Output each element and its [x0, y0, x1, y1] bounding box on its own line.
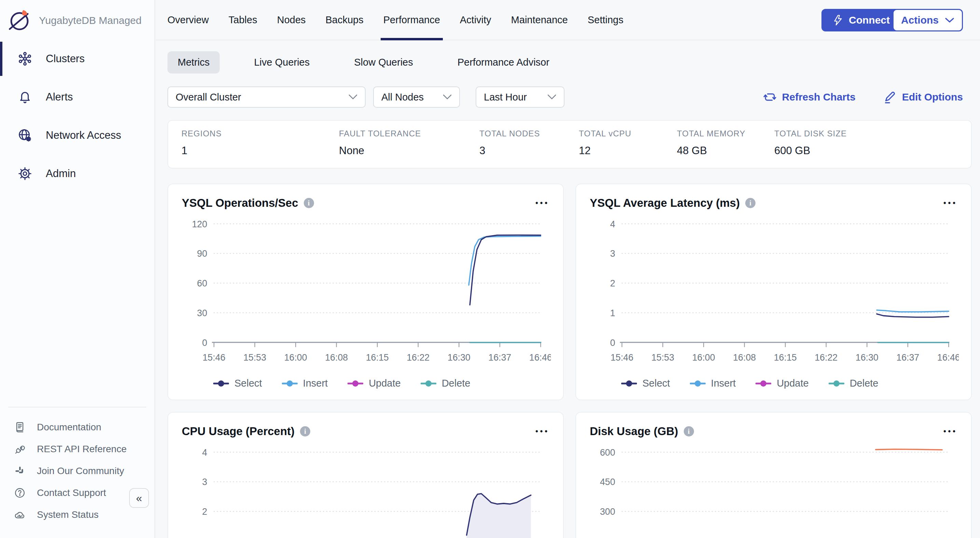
sidebar-item-documentation[interactable]: Documentation [0, 416, 154, 438]
svg-text:2: 2 [202, 506, 207, 517]
chevron-down-icon [547, 94, 556, 100]
chevron-down-icon [348, 94, 358, 100]
subtab-performance-advisor[interactable]: Performance Advisor [447, 51, 560, 73]
tab-activity[interactable]: Activity [460, 0, 492, 40]
subtab-slow-queries[interactable]: Slow Queries [344, 51, 423, 73]
legend-item-update[interactable]: Update [347, 378, 401, 389]
svg-text:15:53: 15:53 [243, 352, 266, 363]
svg-text:60: 60 [197, 278, 207, 288]
plug-icon [14, 443, 26, 455]
stat-total-vcpu: TOTAL vCPU 12 [579, 129, 677, 168]
subtab-metrics[interactable]: Metrics [167, 51, 220, 73]
legend-label: Update [369, 378, 401, 389]
stat-label: REGIONS [181, 129, 339, 138]
svg-text:15:46: 15:46 [611, 352, 633, 363]
sidebar-item-label: Admin [46, 167, 76, 180]
tab-performance[interactable]: Performance [383, 0, 440, 40]
sidebar-collapse-button[interactable]: « [129, 488, 149, 508]
edit-options-link[interactable]: Edit Options [883, 90, 963, 104]
svg-text:4: 4 [202, 447, 207, 458]
svg-text:15:46: 15:46 [203, 352, 226, 363]
tab-nodes[interactable]: Nodes [277, 0, 306, 40]
legend-item-delete[interactable]: Delete [829, 378, 878, 389]
legend-item-insert[interactable]: Insert [690, 378, 736, 389]
legend-item-delete[interactable]: Delete [421, 378, 471, 389]
cluster-scope-select[interactable]: Overall Cluster [167, 86, 366, 108]
sidebar-item-network-access[interactable]: Network Access [0, 118, 154, 153]
legend-label: Insert [711, 378, 736, 389]
info-icon[interactable]: i [300, 426, 310, 436]
legend-item-select[interactable]: Select [621, 378, 670, 389]
nodes-value: All Nodes [381, 92, 424, 103]
svg-text:30: 30 [197, 308, 207, 318]
edit-options-label: Edit Options [902, 91, 963, 103]
help-icon [14, 487, 26, 499]
slack-icon [14, 465, 26, 477]
info-icon[interactable]: i [745, 198, 756, 208]
sidebar-item-label: Alerts [46, 91, 73, 103]
nodes-select[interactable]: All Nodes [373, 86, 460, 108]
actions-label: Actions [901, 14, 939, 26]
legend-label: Delete [442, 378, 471, 389]
chevron-down-icon [945, 17, 955, 23]
time-range-value: Last Hour [484, 92, 527, 103]
sidebar-item-clusters[interactable]: Clusters [0, 42, 154, 76]
info-icon[interactable]: i [684, 426, 694, 436]
svg-text:0: 0 [202, 338, 207, 348]
chart-menu-button[interactable]: ••• [535, 427, 549, 436]
stat-label: TOTAL vCPU [579, 129, 677, 138]
svg-text:16:46: 16:46 [529, 352, 551, 363]
svg-text:0: 0 [610, 338, 615, 348]
chart-menu-button[interactable]: ••• [535, 199, 549, 207]
tab-settings[interactable]: Settings [588, 0, 624, 40]
tab-tables[interactable]: Tables [229, 0, 257, 40]
legend-marker [347, 380, 363, 387]
legend-marker [690, 380, 706, 387]
refresh-charts-label: Refresh Charts [782, 91, 856, 103]
sidebar-item-community[interactable]: Join Our Community [0, 460, 154, 482]
sidebar-footer-label: Contact Support [37, 487, 106, 498]
chart-title: YSQL Operations/Sec [182, 197, 298, 210]
sidebar-item-admin[interactable]: Admin [0, 156, 154, 191]
sidebar-item-alerts[interactable]: Alerts [0, 80, 154, 114]
yugabytedb-logo-icon [7, 8, 32, 33]
actions-button[interactable]: Actions [892, 9, 963, 32]
svg-text:600: 600 [600, 447, 616, 458]
chart-menu-button[interactable]: ••• [943, 427, 958, 436]
legend-marker [282, 380, 298, 387]
info-icon[interactable]: i [304, 198, 314, 208]
chart-title: Disk Usage (GB) [590, 425, 678, 438]
legend-item-select[interactable]: Select [213, 378, 262, 389]
chart-menu-button[interactable]: ••• [943, 199, 958, 207]
clusters-icon [17, 51, 33, 67]
pencil-icon [883, 90, 897, 104]
stat-total-memory: TOTAL MEMORY 48 GB [677, 129, 774, 168]
legend-label: Delete [850, 378, 878, 389]
stat-value: 48 GB [677, 145, 774, 157]
legend-marker [829, 380, 844, 387]
legend-label: Select [643, 378, 670, 389]
legend-item-update[interactable]: Update [756, 378, 809, 389]
refresh-icon [763, 90, 777, 104]
app-logo[interactable]: YugabyteDB Managed [0, 0, 154, 33]
chart-title: YSQL Average Latency (ms) [590, 197, 740, 210]
subtab-live-queries[interactable]: Live Queries [243, 51, 320, 73]
svg-text:16:15: 16:15 [366, 352, 389, 363]
tab-maintenance[interactable]: Maintenance [511, 0, 568, 40]
refresh-charts-link[interactable]: Refresh Charts [763, 90, 856, 104]
legend-marker [421, 380, 436, 387]
time-range-select[interactable]: Last Hour [476, 86, 565, 108]
svg-text:16:37: 16:37 [488, 352, 511, 363]
svg-text:16:00: 16:00 [692, 352, 715, 363]
tab-overview[interactable]: Overview [167, 0, 209, 40]
sidebar-footer-label: Join Our Community [37, 466, 124, 476]
stat-value: 600 GB [774, 145, 971, 157]
sidebar-item-label: Network Access [46, 129, 121, 142]
sidebar: YugabyteDB Managed Clusters Alerts [0, 0, 155, 538]
legend-item-insert[interactable]: Insert [282, 378, 328, 389]
tab-backups[interactable]: Backups [326, 0, 364, 40]
svg-text:16:22: 16:22 [815, 352, 837, 363]
connect-button[interactable]: Connect [821, 9, 900, 32]
disk-usage-chart: 015030045060015:4615:5316:0016:0816:1516… [590, 441, 959, 538]
sidebar-item-rest-api[interactable]: REST API Reference [0, 438, 154, 460]
